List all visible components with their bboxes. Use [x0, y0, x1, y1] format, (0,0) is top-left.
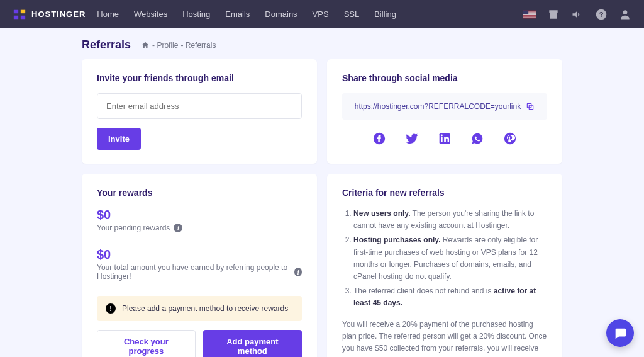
- nav-emails[interactable]: Emails: [225, 9, 250, 19]
- nav-domains[interactable]: Domains: [265, 9, 297, 19]
- copy-icon[interactable]: [526, 102, 535, 111]
- criteria-item: The referred client does not refund and …: [353, 285, 547, 309]
- rewards-card: Your rewards $0 Your pending rewards i $…: [82, 174, 317, 357]
- svg-rect-4: [523, 14, 536, 15]
- total-label-row: Your total amount you have earned by ref…: [97, 263, 302, 281]
- page-title: Referrals: [82, 38, 131, 52]
- breadcrumb: - Profile - Referrals: [141, 41, 216, 50]
- nav-websites[interactable]: Websites: [134, 9, 167, 19]
- help-icon[interactable]: ?: [595, 8, 608, 21]
- chat-icon: [613, 326, 627, 340]
- nav-home[interactable]: Home: [97, 9, 119, 19]
- criteria-list: New users only. The person you're sharin…: [342, 208, 547, 310]
- header-right: ?: [523, 8, 631, 21]
- home-icon[interactable]: [141, 41, 150, 50]
- svg-rect-7: [523, 10, 528, 14]
- alert-icon: !: [106, 303, 116, 314]
- logo-icon: [13, 8, 26, 21]
- nav-billing[interactable]: Billing: [374, 9, 396, 19]
- pending-rewards: $0 Your pending rewards i: [97, 208, 302, 232]
- pending-label-row: Your pending rewards i: [97, 224, 302, 232]
- twitter-icon[interactable]: [406, 132, 418, 145]
- payment-alert: ! Please add a payment method to receive…: [97, 296, 302, 321]
- linkedin-icon[interactable]: [438, 132, 451, 145]
- rewards-title: Your rewards: [97, 188, 302, 198]
- svg-rect-6: [523, 16, 536, 17]
- pinterest-icon[interactable]: [504, 132, 516, 145]
- brand-text: HOSTINGER: [31, 9, 86, 19]
- svg-rect-15: [441, 137, 443, 142]
- nav-hosting[interactable]: Hosting: [182, 9, 210, 19]
- criteria-item: Hosting purchases only. Rewards are only…: [353, 234, 547, 283]
- alert-text: Please add a payment method to receive r…: [122, 304, 288, 313]
- pending-amount: $0: [97, 208, 302, 222]
- referral-link-box: https://hostinger.com?REFERRALCODE=yourl…: [342, 93, 547, 120]
- info-icon[interactable]: i: [174, 224, 182, 232]
- share-card: Share through social media https://hosti…: [327, 59, 562, 164]
- email-input[interactable]: [97, 93, 302, 119]
- nav-ssl[interactable]: SSL: [344, 9, 360, 19]
- invite-button[interactable]: Invite: [97, 128, 141, 150]
- profile-icon[interactable]: [619, 8, 631, 21]
- chat-button[interactable]: [606, 319, 634, 347]
- invite-title: Invite your friends through email: [97, 73, 302, 83]
- info-icon[interactable]: i: [294, 268, 302, 276]
- whatsapp-icon[interactable]: [471, 132, 484, 145]
- criteria-title: Criteria for new referrals: [342, 188, 547, 198]
- announcement-icon[interactable]: [571, 8, 584, 21]
- logo[interactable]: HOSTINGER: [13, 8, 86, 21]
- referral-link: https://hostinger.com?REFERRALCODE=yourl…: [355, 102, 521, 111]
- svg-text:?: ?: [599, 10, 603, 18]
- svg-point-16: [441, 135, 443, 137]
- main-nav: Home Websites Hosting Emails Domains VPS…: [97, 9, 396, 19]
- page-head: Referrals - Profile - Referrals: [82, 38, 562, 52]
- rewards-buttons: Check your progress Add payment method: [97, 330, 302, 357]
- pending-label: Your pending rewards: [97, 224, 170, 232]
- breadcrumb-profile[interactable]: - Profile: [152, 41, 178, 50]
- page: Referrals - Profile - Referrals Invite y…: [0, 28, 644, 357]
- criteria-paragraph: You will receive a 20% payment of the pu…: [342, 319, 547, 358]
- svg-rect-5: [523, 15, 536, 16]
- total-label: Your total amount you have earned by ref…: [97, 263, 291, 281]
- criteria-card: Criteria for new referrals New users onl…: [327, 174, 562, 357]
- facebook-icon[interactable]: [373, 132, 386, 145]
- store-icon[interactable]: [547, 8, 560, 21]
- total-rewards: $0 Your total amount you have earned by …: [97, 247, 302, 281]
- criteria-item: New users only. The person you're sharin…: [353, 208, 547, 232]
- invite-card: Invite your friends through email Invite: [82, 59, 317, 164]
- social-row: [342, 132, 547, 145]
- breadcrumb-referrals: - Referrals: [180, 41, 216, 50]
- content-grid: Invite your friends through email Invite…: [82, 59, 562, 357]
- svg-point-10: [623, 10, 628, 14]
- share-title: Share through social media: [342, 73, 547, 83]
- total-amount: $0: [97, 247, 302, 262]
- flag-icon[interactable]: [523, 8, 536, 21]
- add-payment-button[interactable]: Add payment method: [203, 330, 302, 357]
- header: HOSTINGER Home Websites Hosting Emails D…: [0, 0, 644, 28]
- nav-vps[interactable]: VPS: [313, 9, 329, 19]
- check-progress-button[interactable]: Check your progress: [97, 330, 196, 357]
